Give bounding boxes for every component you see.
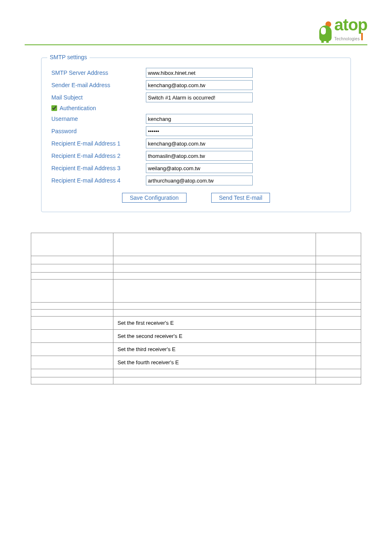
table-cell [316,233,361,256]
table-cell [31,310,113,317]
table-cell [31,233,113,256]
table-cell [31,377,113,384]
table-cell [316,330,361,343]
recipient1-label: Recipient E-mail Address 1 [51,140,146,147]
authentication-label: Authentication [60,105,96,111]
table-cell [31,343,113,356]
username-input[interactable] [146,114,253,124]
header-logo-area: atop Technologies [25,16,367,44]
mail-subject-input[interactable] [146,92,253,102]
send-test-email-button[interactable]: Send Test E-mail [211,193,270,203]
table-cell [31,330,113,343]
logo-subtitle: Technologies [334,37,360,41]
sender-email-input[interactable] [146,80,253,90]
table-cell [113,264,316,273]
table-cell [31,317,113,330]
table-cell [316,369,361,377]
save-configuration-button[interactable]: Save Configuration [122,193,187,203]
table-cell [316,280,361,303]
table-cell [31,280,113,303]
table-cell [31,256,113,264]
table-cell [113,256,316,264]
logo-word: atop [334,16,367,33]
header-divider [25,44,367,45]
smtp-settings-fieldset: SMTP settings SMTP Server Address Sender… [41,58,351,212]
table-cell [316,356,361,369]
table-cell [113,233,316,256]
recipient3-input[interactable] [146,163,253,173]
smtp-server-input[interactable] [146,68,253,78]
logo-accent-bar [361,33,363,40]
table-cell [31,369,113,377]
table-cell [316,377,361,384]
table-cell: Set the first receiver's E [113,317,316,330]
table-cell [113,377,316,384]
authentication-checkbox[interactable] [51,105,57,111]
recipient3-label: Recipient E-mail Address 3 [51,165,146,171]
table-cell [113,273,316,280]
recipient4-label: Recipient E-mail Address 4 [51,177,146,184]
table-cell [31,273,113,280]
recipient2-label: Recipient E-mail Address 2 [51,153,146,159]
fieldset-legend: SMTP settings [47,54,90,60]
table-cell [31,264,113,273]
table-cell [113,369,316,377]
table-cell [316,343,361,356]
table-cell [316,264,361,273]
table-cell [316,273,361,280]
sender-email-label: Sender E-mail Address [51,82,146,88]
username-label: Username [51,116,146,122]
mail-subject-label: Mail Subject [51,94,146,101]
description-table: Set the first receiver's E Set the secon… [31,233,361,384]
recipient2-input[interactable] [146,151,253,161]
table-cell [316,256,361,264]
smtp-server-label: SMTP Server Address [51,69,146,76]
table-cell [113,303,316,310]
table-cell [31,303,113,310]
password-input[interactable] [146,126,253,136]
table-cell: Set the fourth receiver's E [113,356,316,369]
logo-icon [317,21,334,41]
table-cell: Set the third receiver's E [113,343,316,356]
table-cell [316,310,361,317]
password-label: Password [51,128,146,134]
table-cell [113,310,316,317]
brand-logo: atop Technologies [317,16,367,41]
recipient1-input[interactable] [146,139,253,148]
table-cell [316,303,361,310]
recipient4-input[interactable] [146,176,253,185]
table-cell [316,317,361,330]
table-cell [31,356,113,369]
table-cell [113,280,316,303]
logo-text: atop Technologies [334,16,367,41]
table-cell: Set the second receiver's E [113,330,316,343]
